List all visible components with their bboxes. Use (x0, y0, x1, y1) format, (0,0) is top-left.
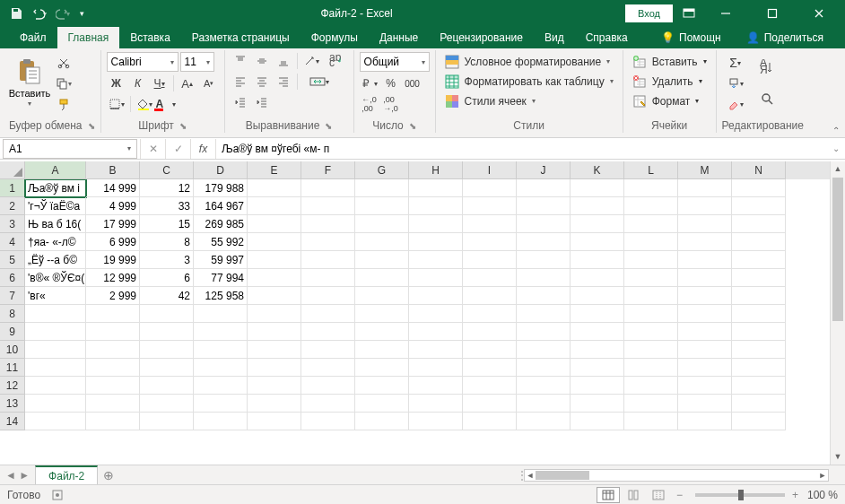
insert-function-button[interactable]: fx (190, 139, 215, 159)
cell[interactable]: 179 988 (194, 179, 248, 197)
font-name-combo[interactable]: Calibri▾ (107, 52, 179, 72)
cell-styles-button[interactable]: Стили ячеек▾ (441, 91, 539, 110)
cell[interactable]: 6 (140, 269, 194, 287)
row-header[interactable]: 14 (0, 413, 25, 430)
orientation-button[interactable]: ▾ (301, 52, 321, 70)
cell[interactable] (140, 413, 194, 430)
cell[interactable] (409, 395, 463, 413)
cell[interactable] (732, 377, 786, 395)
cell[interactable] (86, 377, 140, 395)
column-header[interactable]: C (140, 161, 194, 179)
align-left-button[interactable] (231, 73, 250, 91)
cell[interactable] (517, 377, 571, 395)
cell[interactable] (463, 395, 517, 413)
cell[interactable] (678, 377, 732, 395)
number-launcher-icon[interactable]: ⬊ (409, 121, 416, 131)
cell[interactable] (571, 287, 624, 305)
cell[interactable] (355, 395, 409, 413)
cell[interactable] (301, 179, 355, 197)
underline-button[interactable]: Ч ▾ (150, 74, 170, 92)
decrease-decimal-button[interactable]: ,00→,0 (381, 95, 401, 113)
cell[interactable] (248, 197, 301, 215)
cell[interactable] (248, 233, 301, 251)
increase-font-button[interactable]: A▴ (178, 74, 197, 92)
column-header[interactable]: F (301, 161, 355, 179)
hscroll-thumb[interactable] (536, 471, 589, 480)
accept-formula-button[interactable]: ✓ (165, 139, 190, 159)
fill-button[interactable]: ▾ (722, 74, 749, 92)
cell[interactable] (624, 323, 678, 341)
column-header[interactable]: M (678, 161, 732, 179)
find-select-button[interactable] (754, 85, 781, 114)
sort-filter-button[interactable]: АЯ (754, 54, 781, 83)
cell[interactable] (624, 359, 678, 377)
cell[interactable] (517, 395, 571, 413)
tab-review[interactable]: Рецензирование (429, 27, 534, 48)
cell[interactable] (409, 179, 463, 197)
cell[interactable] (624, 305, 678, 323)
cell[interactable] (409, 305, 463, 323)
tab-view[interactable]: Вид (534, 27, 575, 48)
cell[interactable]: „Ёў --a б© (25, 251, 86, 269)
cell[interactable] (624, 287, 678, 305)
collapse-ribbon-icon[interactable]: ⌃ (832, 126, 840, 135)
cell[interactable]: 12 999 (86, 269, 140, 287)
delete-cells-button[interactable]: Удалить▾ (629, 72, 706, 91)
cell[interactable] (409, 197, 463, 215)
cell[interactable] (624, 413, 678, 430)
cell[interactable] (517, 413, 571, 430)
share-button[interactable]: 👤Поделиться (736, 27, 834, 48)
cell[interactable] (678, 323, 732, 341)
zoom-slider[interactable] (695, 493, 785, 497)
cell[interactable] (732, 251, 786, 269)
cell[interactable] (463, 179, 517, 197)
cell[interactable] (301, 413, 355, 430)
cell[interactable] (732, 305, 786, 323)
cell[interactable]: 3 (140, 251, 194, 269)
cell[interactable] (732, 215, 786, 233)
cell[interactable] (678, 197, 732, 215)
clear-button[interactable]: ▾ (722, 95, 749, 113)
cell[interactable] (301, 251, 355, 269)
conditional-formatting-button[interactable]: Условное форматирование▾ (441, 52, 614, 71)
cell[interactable] (194, 341, 248, 359)
cell[interactable]: 19 999 (86, 251, 140, 269)
cell[interactable] (732, 341, 786, 359)
format-cells-button[interactable]: Формат▾ (629, 91, 703, 110)
cell[interactable] (732, 179, 786, 197)
maximize-button[interactable] (752, 0, 793, 27)
formula-input[interactable]: Љa®ў вм ¤ўгебі «м- п (215, 139, 827, 159)
cell[interactable] (571, 395, 624, 413)
cell[interactable] (409, 233, 463, 251)
cell[interactable] (463, 323, 517, 341)
undo-button[interactable]: ▾ (29, 3, 50, 24)
paste-button[interactable]: Вставить ▾ (9, 52, 50, 111)
cell[interactable] (624, 341, 678, 359)
cell[interactable] (678, 305, 732, 323)
autosum-button[interactable]: Σ▾ (722, 54, 749, 72)
ribbon-display-icon[interactable] (678, 3, 700, 24)
cell[interactable] (571, 305, 624, 323)
cell[interactable] (140, 377, 194, 395)
align-center-button[interactable] (252, 73, 272, 91)
cell[interactable] (571, 341, 624, 359)
cell[interactable] (86, 395, 140, 413)
cell[interactable]: 33 (140, 197, 194, 215)
cell[interactable] (194, 359, 248, 377)
qat-customize-icon[interactable]: ▾ (75, 3, 88, 24)
format-painter-button[interactable] (54, 95, 74, 113)
select-all-corner[interactable] (0, 161, 25, 179)
number-format-combo[interactable]: Общий▾ (360, 52, 430, 72)
tellme-button[interactable]: 💡Помощн (650, 27, 732, 48)
cell[interactable] (571, 233, 624, 251)
cell[interactable] (463, 269, 517, 287)
cell[interactable] (678, 215, 732, 233)
cell[interactable] (624, 377, 678, 395)
cell[interactable] (409, 287, 463, 305)
cell[interactable]: 6 999 (86, 233, 140, 251)
column-header[interactable]: A (25, 161, 86, 179)
cell[interactable] (355, 413, 409, 430)
cell[interactable]: 77 994 (194, 269, 248, 287)
cell[interactable] (678, 341, 732, 359)
page-layout-view-button[interactable] (622, 487, 645, 503)
